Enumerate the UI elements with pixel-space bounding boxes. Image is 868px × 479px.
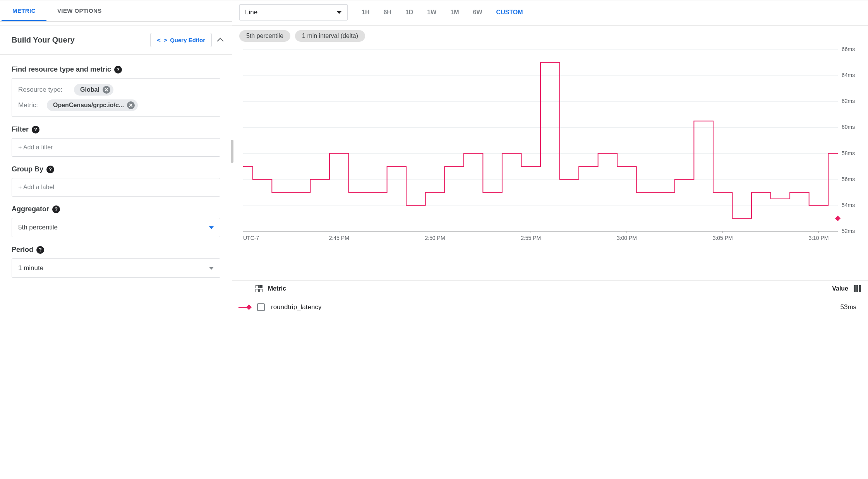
legend-value-header: Value — [832, 285, 848, 292]
interval-pill: 1 min interval (delta) — [295, 30, 365, 42]
help-icon[interactable]: ? — [36, 246, 44, 254]
period-label: Period ? — [12, 246, 220, 254]
chart-type-select[interactable]: Line — [239, 4, 348, 21]
svg-text:58ms: 58ms — [842, 150, 855, 156]
resource-type-label: Resource type: — [18, 86, 69, 94]
chart-toolbar: Line 1H 6H 1D 1W 1M 6W CUSTOM — [232, 0, 868, 26]
legend-row[interactable]: roundtrip_latency 53ms — [232, 297, 868, 317]
chart-panel: Line 1H 6H 1D 1W 1M 6W CUSTOM 5th percen… — [232, 0, 868, 317]
svg-text:60ms: 60ms — [842, 124, 855, 130]
help-icon[interactable]: ? — [32, 126, 39, 133]
help-icon[interactable]: ? — [114, 66, 122, 74]
svg-text:52ms: 52ms — [842, 228, 855, 234]
range-1m[interactable]: 1M — [443, 6, 466, 19]
svg-text:2:50 PM: 2:50 PM — [425, 235, 445, 241]
remove-icon[interactable]: ✕ — [103, 86, 110, 94]
query-panel: METRIC VIEW OPTIONS Build Your Query < >… — [0, 0, 232, 317]
metric-label: Metric: — [18, 101, 41, 109]
period-text: Period — [12, 246, 33, 254]
filter-text: Filter — [12, 125, 29, 133]
chevron-down-icon — [209, 226, 214, 229]
help-icon[interactable]: ? — [52, 205, 60, 213]
svg-text:UTC-7: UTC-7 — [243, 235, 259, 241]
range-1d[interactable]: 1D — [398, 6, 420, 19]
line-chart[interactable]: 52ms54ms56ms58ms60ms62ms64ms66msUTC-72:4… — [239, 46, 861, 247]
svg-text:2:55 PM: 2:55 PM — [521, 235, 541, 241]
chevron-down-icon — [209, 267, 214, 270]
group-by-label: Group By ? — [12, 165, 220, 173]
range-1w[interactable]: 1W — [420, 6, 443, 19]
metric-row: Metric: OpenCensus/grpc.io/c... ✕ — [18, 99, 214, 111]
range-custom[interactable]: CUSTOM — [489, 6, 530, 19]
svg-text:2:45 PM: 2:45 PM — [329, 235, 349, 241]
code-icon: < > — [157, 36, 167, 44]
filter-input[interactable]: + Add a filter — [12, 138, 220, 157]
svg-text:56ms: 56ms — [842, 176, 855, 182]
collapse-icon[interactable] — [217, 38, 224, 44]
range-6w[interactable]: 6W — [466, 6, 489, 19]
find-metric-label: Find resource type and metric ? — [12, 65, 220, 74]
series-checkbox[interactable] — [257, 303, 265, 311]
legend-metric-header: Metric — [268, 285, 286, 292]
range-1h[interactable]: 1H — [355, 6, 376, 19]
legend-row-left: roundtrip_latency — [238, 303, 321, 311]
metric-value: OpenCensus/grpc.io/c... — [53, 102, 124, 109]
resource-type-row: Resource type: Global ✕ — [18, 84, 214, 96]
filter-label: Filter ? — [12, 125, 220, 133]
section-title: Build Your Query — [12, 36, 75, 44]
series-name: roundtrip_latency — [271, 303, 321, 311]
svg-text:54ms: 54ms — [842, 202, 855, 208]
aggregator-pill: 5th percentile — [239, 30, 290, 42]
aggregator-label: Aggregator ? — [12, 205, 220, 213]
panel-tabs: METRIC VIEW OPTIONS — [0, 0, 232, 22]
svg-text:3:10 PM: 3:10 PM — [808, 235, 829, 241]
tab-metric[interactable]: METRIC — [2, 0, 46, 21]
remove-icon[interactable]: ✕ — [127, 101, 135, 109]
range-6h[interactable]: 6H — [376, 6, 398, 19]
tab-view-options[interactable]: VIEW OPTIONS — [46, 0, 113, 21]
chart-type-value: Line — [245, 9, 257, 16]
columns-icon[interactable] — [854, 285, 861, 292]
legend-header: Metric Value — [232, 280, 868, 297]
aggregator-value: 5th percentile — [18, 224, 58, 231]
resource-type-chip[interactable]: Global ✕ — [74, 84, 113, 96]
legend-header-left: Metric — [256, 285, 286, 292]
svg-text:62ms: 62ms — [842, 98, 855, 104]
query-form: Find resource type and metric ? Resource… — [0, 55, 232, 289]
series-value: 53ms — [840, 303, 856, 311]
aggregator-text: Aggregator — [12, 205, 49, 213]
svg-text:3:05 PM: 3:05 PM — [713, 235, 733, 241]
find-metric-text: Find resource type and metric — [12, 65, 111, 74]
section-header-actions: < > Query Editor — [150, 33, 223, 47]
svg-text:64ms: 64ms — [842, 72, 855, 78]
resource-metric-box[interactable]: Resource type: Global ✕ Metric: OpenCens… — [12, 78, 220, 117]
series-marker-icon — [238, 305, 251, 309]
grid-icon[interactable] — [256, 285, 262, 292]
query-editor-label: Query Editor — [170, 37, 205, 43]
svg-rect-30 — [835, 216, 841, 221]
app-root: METRIC VIEW OPTIONS Build Your Query < >… — [0, 0, 868, 317]
section-header: Build Your Query < > Query Editor — [0, 26, 232, 55]
resource-type-value: Global — [80, 86, 99, 93]
chart-area: 52ms54ms56ms58ms60ms62ms64ms66msUTC-72:4… — [232, 44, 868, 280]
chevron-down-icon — [336, 11, 342, 14]
aggregator-select[interactable]: 5th percentile — [12, 218, 220, 237]
period-select[interactable]: 1 minute — [12, 258, 220, 278]
metric-chip[interactable]: OpenCensus/grpc.io/c... ✕ — [47, 99, 138, 111]
group-by-input[interactable]: + Add a label — [12, 178, 220, 197]
query-editor-button[interactable]: < > Query Editor — [150, 33, 212, 47]
time-range-group: 1H 6H 1D 1W 1M 6W CUSTOM — [355, 6, 530, 19]
help-icon[interactable]: ? — [46, 166, 54, 173]
group-by-text: Group By — [12, 165, 43, 173]
legend-header-right: Value — [832, 285, 861, 292]
svg-text:3:00 PM: 3:00 PM — [617, 235, 637, 241]
chart-info-pills: 5th percentile 1 min interval (delta) — [232, 26, 868, 44]
svg-text:66ms: 66ms — [842, 46, 855, 52]
period-value: 1 minute — [18, 264, 43, 272]
